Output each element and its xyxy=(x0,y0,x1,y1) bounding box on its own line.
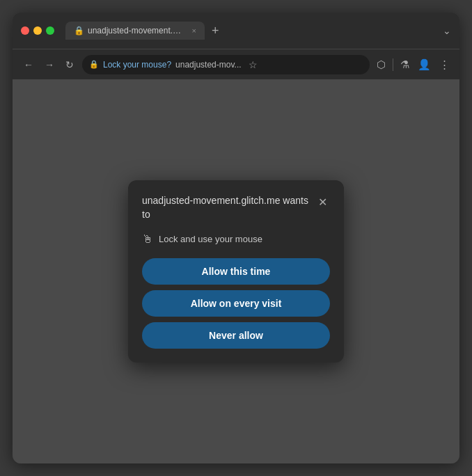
traffic-lights xyxy=(21,26,54,35)
extension-icon[interactable]: ⬡ xyxy=(375,57,387,72)
nav-icons: ⬡ ⚗ 👤 ⋮ xyxy=(375,57,451,72)
menu-icon[interactable]: ⋮ xyxy=(438,57,451,72)
address-permission-label: Lock your mouse? xyxy=(103,60,171,70)
address-text: unadjusted-mov... xyxy=(175,60,242,70)
tab-favicon-icon: 🔒 xyxy=(74,26,84,35)
tab-bar: 🔒 unadjusted-movement.glitch. × + xyxy=(65,22,437,40)
tab-close-icon[interactable]: × xyxy=(192,26,196,35)
dialog-header: unadjusted-movement.glitch.me wants to ✕ xyxy=(142,194,330,221)
back-button[interactable]: ← xyxy=(21,56,36,73)
nav-divider xyxy=(393,58,393,71)
new-tab-button[interactable]: + xyxy=(207,24,223,38)
title-bar: 🔒 unadjusted-movement.glitch. × + ⌄ xyxy=(13,13,459,49)
tab-title: unadjusted-movement.glitch. xyxy=(88,26,185,35)
browser-window: 🔒 unadjusted-movement.glitch. × + ⌄ ← → … xyxy=(13,13,459,463)
content-area: unadjusted-movement.glitch.me wants to ✕… xyxy=(13,79,459,463)
star-icon[interactable]: ☆ xyxy=(249,59,258,70)
forward-button[interactable]: → xyxy=(42,56,57,73)
nav-bar: ← → ↻ 🔒 Lock your mouse? unadjusted-mov.… xyxy=(13,49,459,79)
minimize-traffic-light[interactable] xyxy=(33,26,42,35)
profile-icon[interactable]: 👤 xyxy=(416,57,432,72)
dialog-close-button[interactable]: ✕ xyxy=(315,194,330,210)
tab-dropdown-icon[interactable]: ⌄ xyxy=(443,25,451,36)
allow-once-button[interactable]: Allow this time xyxy=(142,258,330,285)
dialog-permission-row: 🖱 Lock and use your mouse xyxy=(142,232,330,247)
maximize-traffic-light[interactable] xyxy=(46,26,54,35)
labs-icon[interactable]: ⚗ xyxy=(399,57,411,72)
permission-dialog: unadjusted-movement.glitch.me wants to ✕… xyxy=(128,180,344,362)
mouse-lock-icon: 🖱 xyxy=(142,233,153,246)
close-traffic-light[interactable] xyxy=(21,26,29,35)
address-lock-icon: 🔒 xyxy=(89,60,99,69)
allow-always-button[interactable]: Allow on every visit xyxy=(142,290,330,317)
address-bar[interactable]: 🔒 Lock your mouse? unadjusted-mov... ☆ xyxy=(82,55,370,74)
active-tab[interactable]: 🔒 unadjusted-movement.glitch. × xyxy=(65,22,205,40)
never-allow-button[interactable]: Never allow xyxy=(142,322,330,349)
dialog-title: unadjusted-movement.glitch.me wants to xyxy=(142,194,309,221)
reload-button[interactable]: ↻ xyxy=(63,56,77,73)
permission-label: Lock and use your mouse xyxy=(159,234,262,244)
